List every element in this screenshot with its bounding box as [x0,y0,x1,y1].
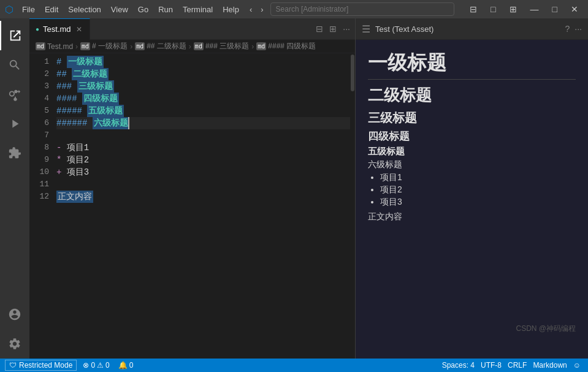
line-num-7: 7 [29,129,49,142]
editor-area: ● Test.md ✕ ⊟ ⊞ ··· md Test.md › md # 一级… [29,18,355,359]
breadcrumb-h4-icon: md [256,42,266,50]
split-editor-button[interactable]: ⊟ [313,23,326,35]
nav-forward-button[interactable]: › [259,5,265,14]
info-status[interactable]: 🔔 0 [116,361,136,370]
menu-edit[interactable]: Edit [41,5,62,14]
menu-view[interactable]: View [107,5,132,14]
status-right: Spaces: 4 UTF-8 CRLF Markdown ☺ [440,361,583,370]
spaces-status[interactable]: Spaces: 4 [440,361,477,370]
line-ending-status[interactable]: CRLF [505,361,529,370]
title-bar: ⬡ File Edit Selection View Go Run Termin… [0,0,588,18]
error-icon: ⊗ [83,361,89,370]
breadcrumb-sep-1: › [75,42,78,51]
activity-source-control-icon[interactable] [0,80,29,109]
breadcrumb-file-label: Test.md [47,42,73,51]
hash-3: ### [56,80,77,93]
preview-list-item-2: 项目2 [380,184,576,195]
restricted-mode-badge[interactable]: 🛡 Restricted Mode [5,360,77,371]
toggle-panel-button[interactable]: □ [486,0,500,18]
info-count: 0 [129,361,134,370]
menu-file[interactable]: File [18,5,39,14]
preview-paragraph: 正文内容 [368,211,576,222]
preview-more-button[interactable]: ··· [575,24,582,34]
language-label: Markdown [533,361,567,370]
preview-h4: 四级标题 [368,129,576,143]
preview-content: 一级标题 二级标题 三级标题 四级标题 五级标题 六级标题 项目1 项目2 项目… [356,40,588,359]
breadcrumb-h3-icon: md [194,42,204,50]
close-button[interactable]: ✕ [566,0,583,18]
menu-run[interactable]: Run [155,5,177,14]
breadcrumb-h1-icon: md [80,42,90,50]
breadcrumb-file[interactable]: md Test.md [36,42,73,51]
preview-title: Test (Text Asset) [375,25,560,34]
language-status[interactable]: Markdown [530,361,569,370]
code-line-6: ###### 六级标题 [56,117,350,129]
activity-run-icon[interactable] [0,109,29,139]
search-input[interactable] [270,2,454,16]
nav-back-button[interactable]: ‹ [248,5,254,14]
breadcrumb-h2[interactable]: md ## 二级标题 [135,41,186,51]
menu-selection[interactable]: Selection [64,5,104,14]
preview-header: ☰ Test (Text Asset) ? ··· [356,18,588,40]
preview-file-icon: ☰ [362,23,370,35]
line-num-6: 6 [29,117,49,129]
editor-scrollbar[interactable] [350,53,355,359]
activity-bar [0,18,29,359]
tab-test-md[interactable]: ● Test.md ✕ [29,18,90,40]
code-line-1: # 一级标题 [56,56,350,68]
code-line-4: #### 四级标题 [56,93,350,105]
cursor [128,117,134,129]
breadcrumb-h3-label: ### 三级标题 [205,41,249,51]
errors-status[interactable]: ⊗ 0 ⚠ 0 [80,361,112,370]
feedback-button[interactable]: ☺ [571,361,583,370]
hash-6: ###### [56,117,93,129]
feedback-icon: ☺ [573,361,581,370]
menu-go[interactable]: Go [134,5,152,14]
bullet-10: + [56,166,67,178]
heading-4-text: 四级标题 [82,93,119,105]
hash-5: ##### [56,105,87,117]
code-line-10: + 项目3 [56,166,350,178]
breadcrumb-h4-label: #### 四级标题 [268,41,316,51]
bullet-9: * [56,154,67,166]
tab-overflow-button[interactable]: ··· [340,23,353,35]
breadcrumb-h3[interactable]: md ### 三级标题 [194,41,249,51]
editor-content[interactable]: 1 2 3 4 5 6 7 8 9 10 11 12 # 一级标题 [29,53,355,359]
breadcrumb-sep-4: › [251,42,254,51]
code-line-2: ## 二级标题 [56,68,350,80]
preview-list-item-1: 项目1 [380,172,576,183]
preview-list-item-3: 项目3 [380,197,576,208]
more-tabs-button[interactable]: ⊞ [327,23,339,35]
paragraph-text: 正文内容 [56,191,93,203]
encoding-status[interactable]: UTF-8 [478,361,504,370]
activity-search-icon[interactable] [0,50,29,80]
menu-help[interactable]: Help [219,5,243,14]
line-num-1: 1 [29,56,49,68]
activity-account-icon[interactable] [0,300,29,329]
preview-h2: 二级标题 [368,85,576,106]
menu-terminal[interactable]: Terminal [179,5,216,14]
code-line-8: - 项目1 [56,142,350,154]
code-area[interactable]: # 一级标题 ## 二级标题 ### 三级标题 #### 四级标题 ##### … [54,53,350,359]
layout-button[interactable]: ⊞ [505,0,522,18]
preview-help-button[interactable]: ? [565,24,570,34]
activity-extensions-icon[interactable] [0,139,29,168]
warning-count: 0 [105,361,110,370]
line-num-3: 3 [29,80,49,93]
vscode-icon: ⬡ [5,4,13,15]
activity-explorer-icon[interactable] [0,21,29,50]
breadcrumb: md Test.md › md # 一级标题 › md ## 二级标题 › md… [29,40,355,53]
line-num-2: 2 [29,68,49,80]
preview-list: 项目1 项目2 项目3 [380,172,576,208]
info-icon: 🔔 [118,361,128,370]
toggle-sidebar-button[interactable]: ⊟ [465,0,482,18]
minimize-button[interactable]: — [525,0,544,18]
tab-close-button[interactable]: ✕ [75,25,83,34]
activity-settings-icon[interactable] [0,329,29,359]
heading-6-text: 六级标题 [93,117,129,129]
breadcrumb-h4[interactable]: md #### 四级标题 [256,41,316,51]
breadcrumb-h1[interactable]: md # 一级标题 [80,41,128,51]
tab-dot-icon: ● [36,26,39,32]
encoding-label: UTF-8 [481,361,502,370]
restore-button[interactable]: □ [548,0,562,18]
